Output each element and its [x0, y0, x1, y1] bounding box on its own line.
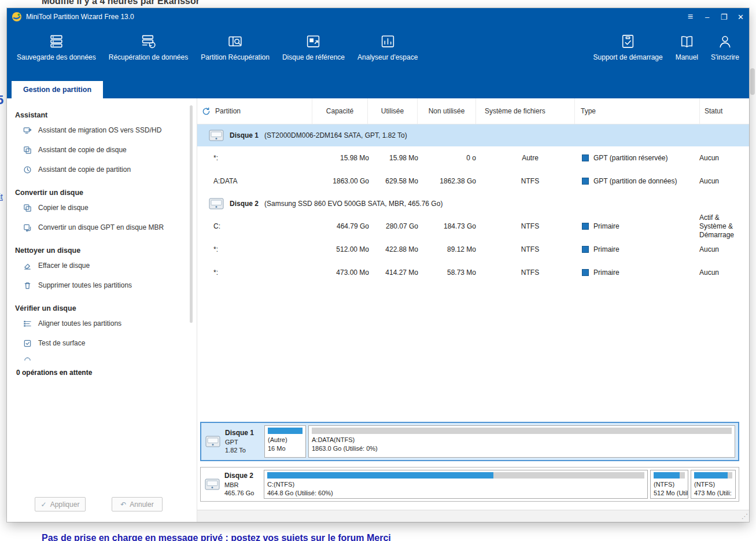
disk-map-segment[interactable]: (NTFS) 473 Mo (Utili:: [691, 470, 736, 499]
page-scrollbar-thumb[interactable]: [750, 68, 755, 95]
background-page-link-bottom[interactable]: Pas de prise en charge en message privé …: [42, 533, 391, 541]
disk-icon: [209, 130, 224, 141]
disk-map-segment[interactable]: C:(NTFS) 464.8 Go (Utilisé: 60%): [264, 470, 648, 499]
partition-type-square-icon: [582, 269, 589, 276]
type-label: GPT (partition de données): [593, 177, 677, 185]
column-header-status[interactable]: Statut: [699, 98, 749, 124]
sidebar-item-wipe-disk[interactable]: Effacer le disque: [7, 256, 197, 275]
disk-map-segment[interactable]: (NTFS) 512 Mo (Utili:: [650, 470, 688, 499]
cell-used: 422.88 Mo: [378, 238, 427, 261]
toolbar-data-recovery[interactable]: Récupération de données: [102, 32, 194, 62]
manual-icon: [679, 34, 695, 49]
close-button[interactable]: ✕: [732, 8, 749, 25]
disk-scheme: GPT: [225, 438, 254, 446]
cell-unused: 1862.38 Go: [427, 170, 485, 193]
disk-size: 1.82 To: [225, 446, 254, 454]
sidebar-item-convert-gpt-mbr[interactable]: Convertir un disque GPT en disque MBR: [7, 218, 197, 237]
truncated-icon: [23, 353, 32, 360]
disk-group-row-1[interactable]: Disque 1 (ST2000DM006-2DM164 SATA, GPT, …: [197, 124, 749, 146]
usage-bar: [267, 472, 644, 479]
background-fragment-number: 5: [0, 93, 3, 108]
cancel-button[interactable]: ↶ Annuler: [112, 497, 163, 511]
sidebar-item-label: Supprimer toutes les partitions: [38, 281, 132, 289]
partition-row[interactable]: *: 473.00 Mo 414.27 Mo 58.73 Mo NTFS Pri…: [197, 261, 749, 284]
toolbar-label: Manuel: [676, 53, 698, 61]
cell-filesystem: NTFS: [485, 215, 575, 238]
column-label: Non utilisée: [429, 107, 465, 115]
disk-map: Disque 1 GPT 1.82 To (Autre) 16 Mo: [197, 421, 749, 510]
app-logo-icon: [12, 12, 22, 22]
titlebar[interactable]: MiniTool Partition Wizard Free 13.0 ≡ – …: [7, 8, 749, 25]
tab-partition-management[interactable]: Gestion de partition: [12, 81, 103, 98]
partition-row[interactable]: C: 464.79 Go 280.07 Go 184.73 Go NTFS Pr…: [197, 215, 749, 238]
disk-map-disk-2[interactable]: Disque 2 MBR 465.76 Go C:(NTFS) 464.8 Go…: [200, 467, 739, 502]
refresh-icon[interactable]: [202, 107, 211, 116]
toolbar-disk-benchmark[interactable]: Disque de référence: [276, 32, 351, 62]
partition-row[interactable]: *: 15.98 Mo 15.98 Mo 0 o Autre GPT (part…: [197, 146, 749, 170]
sidebar: Assistant Assistant de migration OS vers…: [7, 98, 197, 522]
toolbar-manual[interactable]: Manuel: [669, 32, 705, 62]
resize-grip[interactable]: ⋰: [742, 513, 747, 520]
cell-capacity: 473.00 Mo: [323, 261, 378, 284]
migrate-os-icon: [23, 126, 32, 135]
sidebar-item-label: Test de surface: [38, 339, 85, 347]
apply-button[interactable]: ✓ Appliquer: [35, 497, 86, 511]
sidebar-item-truncated[interactable]: [7, 353, 197, 360]
sidebar-item-surface-test[interactable]: Test de surface: [7, 333, 197, 353]
column-header-capacity[interactable]: Capacité: [312, 98, 367, 124]
sidebar-item-align-partitions[interactable]: Aligner toutes les partitions: [7, 314, 197, 333]
sidebar-section-clean: Nettoyer un disque: [15, 246, 197, 255]
cell-unused: 0 o: [427, 146, 485, 170]
disk-map-segment[interactable]: (Autre) 16 Mo: [264, 425, 306, 458]
column-header-partition[interactable]: Partition: [197, 98, 312, 124]
maximize-button[interactable]: ❐: [716, 8, 732, 25]
segment-detail: 16 Mo: [268, 444, 303, 453]
column-header-unused[interactable]: Non utilisée: [417, 98, 475, 124]
sidebar-item-copy-disk-wizard[interactable]: Assistant de copie de disque: [7, 140, 197, 160]
toolbar-data-backup[interactable]: Sauvegarde des données: [10, 32, 102, 62]
column-header-used[interactable]: Utilisée: [367, 98, 417, 124]
space-analyzer-icon: [380, 34, 396, 49]
disk-group-row-2[interactable]: Disque 2 (Samsung SSD 860 EVO 500GB SATA…: [197, 193, 749, 215]
toolbar-space-analyzer[interactable]: Analyseur d'espace: [351, 32, 424, 62]
disk-map-label: Disque 1 GPT 1.82 To: [201, 423, 264, 460]
toolbar-partition-recovery[interactable]: Partition Récupération: [194, 32, 276, 62]
menu-button[interactable]: ≡: [682, 8, 699, 25]
cell-partition: *:: [197, 261, 323, 284]
column-header-type[interactable]: Type: [574, 98, 699, 124]
disk-map-segments: (Autre) 16 Mo A:DATA(NTFS) 1863.0 Go (Ut…: [264, 423, 738, 460]
toolbar-label: Disque de référence: [282, 53, 345, 61]
column-header-filesystem[interactable]: Système de fichiers: [475, 98, 574, 124]
column-label: Partition: [215, 107, 241, 115]
cell-status: Actif & Système & Démarrage: [694, 215, 749, 238]
disk-map-segment[interactable]: A:DATA(NTFS) 1863.0 Go (Utilisé: 0%): [308, 425, 735, 458]
toolbar-label: Partition Récupération: [201, 53, 270, 61]
toolbar-bootable-media[interactable]: Support de démarrage: [587, 32, 669, 62]
disk-map-segments: C:(NTFS) 464.8 Go (Utilisé: 60%) (NTFS) …: [264, 468, 739, 501]
cell-type: GPT (partition réservée): [575, 146, 694, 170]
undo-arrow-icon: ↶: [120, 500, 126, 509]
partition-row[interactable]: A:DATA 1863.00 Go 629.58 Mo 1862.38 Go N…: [197, 170, 749, 193]
disk-name: Disque 1: [225, 429, 254, 438]
disk-icon: [209, 198, 224, 209]
sidebar-item-copy-disk[interactable]: Copier le disque: [7, 198, 197, 218]
sidebar-item-copy-partition-wizard[interactable]: Assistant de copie de partition: [7, 160, 197, 179]
sidebar-item-delete-partitions[interactable]: Supprimer toutes les partitions: [7, 275, 197, 295]
cell-type: Primaire: [575, 215, 694, 238]
toolbar-register[interactable]: S'inscrire: [705, 32, 746, 62]
partition-row[interactable]: *: 512.00 Mo 422.88 Mo 89.12 Mo NTFS Pri…: [197, 238, 749, 261]
cell-filesystem: NTFS: [485, 170, 575, 193]
cell-type: GPT (partition de données): [575, 170, 694, 193]
pending-operations-label: 0 opérations en attente: [16, 369, 197, 377]
sidebar-item-migrate-os[interactable]: Assistant de migration OS vers SSD/HD: [7, 120, 197, 140]
minimize-button[interactable]: –: [699, 8, 716, 25]
disk-map-disk-1[interactable]: Disque 1 GPT 1.82 To (Autre) 16 Mo: [200, 422, 739, 461]
background-fragment-link[interactable]: it: [0, 192, 3, 201]
align-partitions-icon: [23, 319, 32, 328]
sidebar-scrollbar-thumb[interactable]: [190, 105, 193, 323]
usage-bar: [312, 428, 732, 434]
disk-icon: [205, 436, 220, 447]
partition-type-square-icon: [582, 246, 589, 253]
partition-type-square-icon: [582, 223, 589, 230]
cell-status: Aucun: [694, 170, 749, 193]
